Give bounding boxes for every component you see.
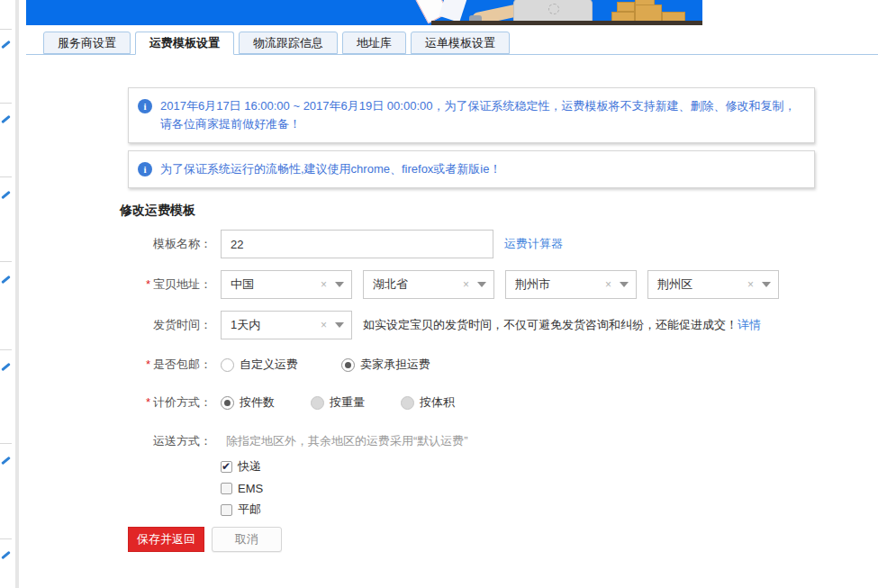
sidebar-tick bbox=[0, 29, 12, 30]
shipping-method-label: 运送方式： bbox=[128, 432, 221, 450]
promo-banner bbox=[26, 0, 702, 25]
radio-disabled-icon bbox=[311, 396, 324, 410]
tab-logistics-tracking-info[interactable]: 物流跟踪信息 bbox=[239, 32, 338, 54]
chevron-down-icon bbox=[477, 282, 486, 287]
address-select-district[interactable]: 荆州区 × bbox=[647, 270, 779, 299]
form-actions: 保存并返回 取消 bbox=[128, 527, 848, 552]
ship-time-label: 发货时间： bbox=[128, 317, 221, 333]
chevron-down-icon bbox=[335, 322, 344, 328]
tab-address-library[interactable]: 地址库 bbox=[342, 32, 406, 54]
laptop-logo bbox=[548, 4, 559, 14]
laptop-illustration bbox=[513, 0, 593, 22]
sidebar-link-icon bbox=[1, 276, 10, 284]
checkbox-icon[interactable] bbox=[221, 504, 232, 516]
sidebar-link-icon bbox=[1, 457, 10, 465]
free-shipping-row: *是否包邮： 自定义运费 卖家承担运费 bbox=[128, 356, 848, 374]
sidebar-tick bbox=[0, 176, 12, 177]
tab-freight-template-settings[interactable]: 运费模板设置 bbox=[135, 32, 234, 55]
tab-waybill-template-settings[interactable]: 运单模板设置 bbox=[411, 32, 510, 54]
sidebar-tick bbox=[0, 103, 12, 104]
clear-icon[interactable]: × bbox=[605, 278, 611, 291]
clear-icon[interactable]: × bbox=[463, 278, 469, 291]
desk-illustration bbox=[431, 21, 702, 25]
template-name-row: 模板名称： 运费计算器 bbox=[128, 230, 848, 258]
checkbox-icon[interactable] bbox=[221, 483, 232, 494]
ship-time-row: 发货时间： 1天内 × 如实设定宝贝的发货时间，不仅可避免发货咨询和纠纷，还能促… bbox=[128, 311, 848, 339]
chevron-down-icon bbox=[762, 282, 771, 287]
system-maintenance-notice: i 2017年6月17日 16:00:00 ~ 2017年6月19日 00:00… bbox=[128, 87, 815, 143]
sidebar-link-icon bbox=[1, 551, 10, 559]
ship-time-select[interactable]: 1天内 × bbox=[221, 311, 352, 339]
clear-icon[interactable]: × bbox=[321, 278, 327, 291]
sidebar-tick bbox=[0, 443, 12, 444]
sidebar-tick bbox=[0, 538, 12, 539]
required-asterisk: * bbox=[146, 357, 150, 371]
freight-template-form: 模板名称： 运费计算器 *宝贝地址： 中国 × 湖北省 × 荆州市 × 荆州区 … bbox=[128, 230, 848, 552]
sidebar-tick bbox=[0, 261, 12, 262]
address-select-country[interactable]: 中国 × bbox=[221, 270, 352, 299]
notice-text: 为了保证系统运行的流畅性,建议使用chrome、firefox或者新版ie！ bbox=[160, 160, 501, 178]
info-icon: i bbox=[138, 162, 152, 176]
item-address-row: *宝贝地址： 中国 × 湖北省 × 荆州市 × 荆州区 × bbox=[128, 270, 848, 299]
checkbox-checked-icon[interactable] bbox=[221, 461, 232, 473]
left-sidebar-fragment bbox=[0, 0, 26, 588]
checkbox-surface-mail[interactable]: 平邮 bbox=[221, 499, 468, 520]
notice-text: 2017年6月17日 16:00:00 ~ 2017年6月19日 00:00:0… bbox=[160, 97, 798, 133]
browser-recommendation-notice: i 为了保证系统运行的流畅性,建议使用chrome、firefox或者新版ie！ bbox=[128, 150, 815, 188]
required-asterisk: * bbox=[146, 395, 150, 409]
sidebar-link-icon bbox=[1, 363, 10, 371]
ship-time-detail-link[interactable]: 详情 bbox=[738, 317, 761, 333]
radio-icon[interactable] bbox=[221, 358, 234, 372]
checkbox-ems[interactable]: EMS bbox=[221, 477, 468, 499]
chevron-down-icon bbox=[620, 282, 629, 287]
checkbox-express[interactable]: 快递 bbox=[221, 456, 468, 477]
freight-calculator-link[interactable]: 运费计算器 bbox=[504, 236, 563, 252]
required-asterisk: * bbox=[146, 277, 150, 291]
tab-service-provider-settings[interactable]: 服务商设置 bbox=[43, 32, 131, 54]
info-icon: i bbox=[138, 99, 152, 113]
radio-by-piece[interactable]: 按件数 bbox=[221, 394, 275, 411]
item-address-label: *宝贝地址： bbox=[128, 276, 221, 293]
sidebar-link-icon bbox=[1, 191, 10, 199]
chevron-down-icon bbox=[335, 282, 344, 287]
pricing-method-row: *计价方式： 按件数 按重量 按体积 bbox=[128, 394, 848, 412]
radio-custom-freight[interactable]: 自定义运费 bbox=[221, 357, 298, 373]
radio-by-weight[interactable]: 按重量 bbox=[311, 394, 365, 411]
free-shipping-label: *是否包邮： bbox=[128, 357, 221, 373]
radio-disabled-icon bbox=[401, 396, 414, 410]
cancel-button[interactable]: 取消 bbox=[212, 527, 282, 552]
save-and-return-button[interactable]: 保存并返回 bbox=[128, 527, 204, 552]
ship-time-hint: 如实设定宝贝的发货时间，不仅可避免发货咨询和纠纷，还能促进成交！ bbox=[363, 317, 738, 333]
papers-illustration bbox=[439, 0, 466, 23]
address-select-city[interactable]: 荆州市 × bbox=[505, 270, 637, 299]
pricing-method-label: *计价方式： bbox=[128, 394, 221, 411]
radio-by-volume[interactable]: 按体积 bbox=[401, 394, 455, 411]
sidebar-link-icon bbox=[1, 41, 10, 49]
sidebar-divider bbox=[15, 0, 19, 588]
sidebar-tick bbox=[0, 349, 12, 350]
radio-seller-pays-freight[interactable]: 卖家承担运费 bbox=[341, 357, 430, 373]
address-select-province[interactable]: 湖北省 × bbox=[363, 270, 494, 299]
template-name-label: 模板名称： bbox=[128, 236, 221, 252]
clear-icon[interactable]: × bbox=[321, 319, 327, 331]
settings-tabbar: 服务商设置 运费模板设置 物流跟踪信息 地址库 运单模板设置 bbox=[43, 32, 514, 55]
shipping-method-hint: 除指定地区外，其余地区的运费采用“默认运费” bbox=[221, 432, 468, 450]
radio-selected-icon[interactable] bbox=[221, 396, 234, 410]
template-name-input[interactable] bbox=[221, 230, 493, 258]
clear-icon[interactable]: × bbox=[747, 278, 754, 291]
sidebar-link-icon bbox=[1, 115, 10, 123]
page-title: 修改运费模板 bbox=[120, 203, 195, 219]
shipping-method-row: 运送方式： 除指定地区外，其余地区的运费采用“默认运费” 快递 EMS 平邮 bbox=[128, 432, 848, 520]
radio-selected-icon[interactable] bbox=[341, 358, 355, 372]
